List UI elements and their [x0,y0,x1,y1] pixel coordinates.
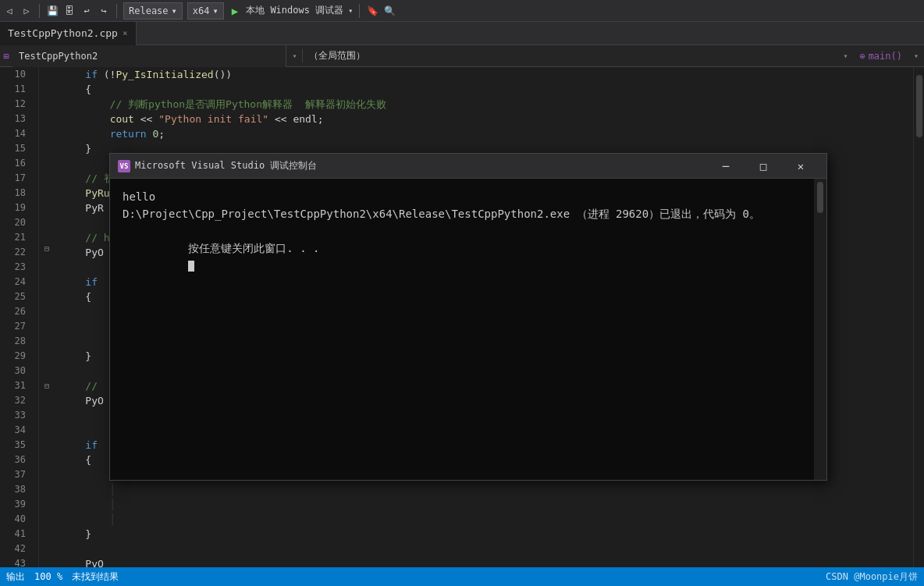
line-num-40: 40 [0,512,32,527]
output-label[interactable]: 输出 [6,570,25,584]
nav-class-icon: ⊞ [3,51,9,62]
undo-icon[interactable]: ↩ [80,5,93,17]
fold-42 [39,467,55,480]
fold-14 [39,117,55,130]
run-icon: ▶ [232,5,238,17]
code-line-42 [61,542,913,556]
fold-16 [39,142,55,154]
fold-40 [39,442,55,455]
toolbar: ◁ ▷ 💾 🗄 ↩ ↪ Release ▾ x64 ▾ ▶ 本地 Windows… [0,0,924,22]
arch-dropdown[interactable]: x64 ▾ [187,2,224,20]
line-num-14: 14 [0,126,32,141]
status-left: 输出 100 % 未找到结果 [6,570,119,584]
fold-15 [39,130,55,142]
line-num-24: 24 [0,275,32,289]
fold-18 [39,167,55,179]
nav-full-scope-arrow[interactable]: ▾ [837,51,853,60]
fold-29 [39,305,55,318]
line-num-25: 25 [0,289,32,304]
line-num-27: 27 [0,319,32,334]
config-dropdown[interactable]: Release ▾ [123,2,183,20]
fold-31 [39,330,55,343]
modal-minimize-button[interactable]: ─ [708,154,744,179]
tab-close-icon[interactable]: × [123,28,128,38]
fold-47 [39,530,55,542]
zoom-label[interactable]: 100 % [34,571,62,582]
line-num-29: 29 [0,349,32,364]
run-button[interactable]: ▶ [229,5,241,17]
nav-func-label: main() [869,51,902,62]
forward-icon[interactable]: ▷ [20,5,33,17]
status-bar: 输出 100 % 未找到结果 CSDN @Moonpie月饼 [0,567,924,586]
line-num-26: 26 [0,304,32,319]
code-line-43: PyO [61,556,913,567]
line-num-37: 37 [0,467,32,482]
redo-icon[interactable]: ↪ [98,5,110,17]
editor-scrollbar[interactable] [913,67,924,567]
save-icon[interactable]: 💾 [46,5,59,17]
tab-file[interactable]: TestCppPython2.cpp × [0,22,137,45]
fold-11 [39,80,55,92]
code-line-12: // 判断python是否调用Python解释器 解释器初始化失败 [61,97,913,112]
back-icon[interactable]: ◁ [3,5,16,17]
modal-close-button[interactable]: ✕ [783,154,819,179]
nav-scope-label: TestCppPython2 [19,51,98,62]
scrollbar-thumb[interactable] [916,75,922,137]
fold-35[interactable]: ⊟ [39,380,55,392]
line-num-35: 35 [0,438,32,453]
line-num-16: 16 [0,156,32,171]
line-num-18: 18 [0,186,32,201]
nav-scope-arrow[interactable]: ▾ [286,51,302,60]
nav-func-arrow[interactable]: ▾ [908,51,924,60]
modal-dialog[interactable]: VS Microsoft Visual Studio 调试控制台 ─ □ ✕ h… [109,153,827,481]
fold-27 [39,280,55,293]
status-right: CSDN @Moonpie月饼 [826,570,918,584]
modal-icon-text: VS [120,162,129,170]
line-num-12: 12 [0,97,32,112]
fold-22 [39,217,55,229]
debug-label: 本地 Windows 调试器 [246,4,343,17]
line-numbers: 10 11 12 13 14 15 16 17 18 19 20 21 22 2… [0,67,39,567]
line-num-20: 20 [0,215,32,230]
fold-23 [39,229,55,242]
bookmark-icon[interactable]: 🔖 [366,5,378,17]
modal-titlebar: VS Microsoft Visual Studio 调试控制台 ─ □ ✕ [110,154,826,179]
modal-restore-button[interactable]: □ [745,154,781,179]
modal-line1: hello [123,188,814,205]
fold-13 [39,105,55,117]
fold-20 [39,192,55,204]
modal-scrollbar[interactable] [814,179,826,480]
nav-func-area: ⊕ main() [853,51,908,62]
sep1 [39,4,40,18]
line-num-21: 21 [0,230,32,245]
fold-37 [39,405,55,417]
tab-bar: TestCppPython2.cpp × [0,22,924,45]
line-num-23: 23 [0,260,32,275]
fold-32 [39,343,55,355]
fold-48 [39,542,55,555]
debug-dropdown-arrow[interactable]: ▾ [348,6,353,15]
fold-12 [39,92,55,105]
modal-cursor [188,261,194,272]
config-label: Release [129,5,169,16]
line-num-38: 38 [0,482,32,497]
code-line-40: │ [61,512,913,527]
line-num-39: 39 [0,497,32,512]
line-num-10: 10 [0,67,32,82]
nav-func-icon: ⊕ [859,51,865,62]
save-all-icon[interactable]: 🗄 [63,5,76,17]
code-line-38: │ [61,482,913,497]
line-num-31: 31 [0,378,32,393]
modal-scrollbar-thumb[interactable] [817,182,823,213]
fold-28 [39,293,55,305]
fold-49 [39,555,55,567]
line-num-11: 11 [0,82,32,97]
line-num-15: 15 [0,141,32,156]
fold-24[interactable]: ⊟ [39,242,55,254]
fold-25 [39,254,55,267]
fold-19 [39,179,55,192]
nav-scope-select[interactable]: TestCppPython2 [12,45,286,67]
find-icon[interactable]: 🔍 [383,5,396,17]
sep3 [359,4,360,18]
line-num-33: 33 [0,408,32,423]
